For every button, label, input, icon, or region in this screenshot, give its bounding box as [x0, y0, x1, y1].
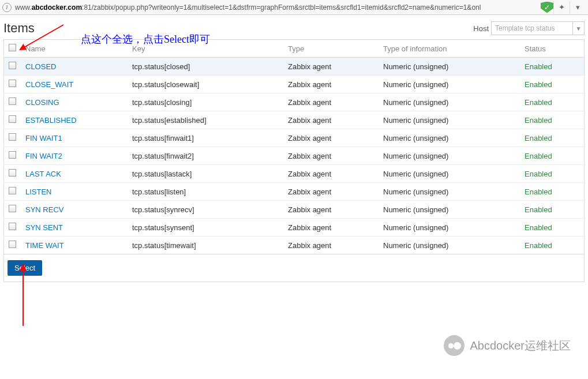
row-checkbox[interactable] — [9, 62, 16, 69]
item-type: Zabbix agent — [283, 93, 379, 111]
row-checkbox[interactable] — [9, 205, 16, 212]
table-row: CLOSE_WAITtcp.status[closewait]Zabbix ag… — [4, 76, 585, 93]
url-rest: :81/zabbix/popup.php?writeonly=1&multise… — [82, 3, 481, 12]
host-select[interactable]: Template tcp status ▼ — [491, 21, 585, 35]
item-key: tcp.status[established] — [128, 111, 283, 129]
wechat-icon — [444, 335, 465, 356]
item-type: Zabbix agent — [283, 147, 379, 165]
row-checkbox[interactable] — [9, 80, 16, 87]
item-key: tcp.status[lastack] — [128, 165, 283, 183]
url-display[interactable]: www.abcdocker.com:81/zabbix/popup.php?wr… — [15, 3, 537, 12]
table-row: SYN SENTtcp.status[synsent]Zabbix agentN… — [4, 219, 585, 237]
table-row: FIN WAIT1tcp.status[finwait1]Zabbix agen… — [4, 129, 585, 147]
items-table: Name Key Type Type of information Status… — [3, 39, 585, 254]
item-status: Enabled — [520, 111, 585, 129]
table-footer: Select — [3, 254, 585, 282]
col-header-status[interactable]: Status — [520, 40, 585, 58]
item-name-link[interactable]: LISTEN — [25, 187, 52, 196]
item-status: Enabled — [520, 129, 585, 147]
item-status: Enabled — [520, 93, 585, 111]
item-key: tcp.status[listen] — [128, 183, 283, 201]
shield-icon[interactable]: ✓ — [541, 2, 553, 13]
watermark-text: Abcdocker运维社区 — [470, 338, 571, 354]
item-type: Zabbix agent — [283, 183, 379, 201]
item-key: tcp.status[closed] — [128, 58, 283, 76]
row-checkbox[interactable] — [9, 187, 16, 194]
table-header-row: Name Key Type Type of information Status — [4, 40, 585, 58]
url-host: abcdocker.com — [32, 3, 82, 12]
row-checkbox[interactable] — [9, 97, 16, 105]
table-row: CLOSINGtcp.status[closing]Zabbix agentNu… — [4, 93, 585, 111]
item-info: Numeric (unsigned) — [379, 183, 520, 201]
item-name-link[interactable]: ESTABLISHED — [25, 116, 77, 125]
select-all-checkbox[interactable] — [9, 44, 16, 51]
table-row: TIME WAITtcp.status[timewait]Zabbix agen… — [4, 237, 585, 254]
host-select-value: Template tcp status — [492, 24, 572, 32]
item-info: Numeric (unsigned) — [379, 165, 520, 183]
addon-icon[interactable]: ✦ — [553, 1, 570, 14]
item-name-link[interactable]: SYN RECV — [25, 205, 63, 214]
item-status: Enabled — [520, 147, 585, 165]
col-header-name[interactable]: Name — [21, 40, 128, 58]
row-checkbox[interactable] — [9, 133, 16, 141]
item-info: Numeric (unsigned) — [379, 93, 520, 111]
item-key: tcp.status[closing] — [128, 93, 283, 111]
item-type: Zabbix agent — [283, 58, 379, 76]
item-name-link[interactable]: LAST ACK — [25, 170, 61, 178]
item-type: Zabbix agent — [283, 129, 379, 147]
item-name-link[interactable]: FIN WAIT2 — [25, 152, 62, 160]
address-bar: i www.abcdocker.com:81/zabbix/popup.php?… — [0, 0, 588, 15]
item-info: Numeric (unsigned) — [379, 76, 520, 93]
item-info: Numeric (unsigned) — [379, 58, 520, 76]
item-key: tcp.status[synrecv] — [128, 201, 283, 219]
item-key: tcp.status[finwait1] — [128, 129, 283, 147]
row-checkbox[interactable] — [9, 223, 16, 230]
item-type: Zabbix agent — [283, 219, 379, 237]
item-key: tcp.status[closewait] — [128, 76, 283, 93]
select-button[interactable]: Select — [8, 260, 42, 276]
table-row: ESTABLISHEDtcp.status[established]Zabbix… — [4, 111, 585, 129]
menu-caret-icon[interactable]: ▾ — [570, 1, 586, 14]
item-status: Enabled — [520, 183, 585, 201]
item-type: Zabbix agent — [283, 111, 379, 129]
col-header-key[interactable]: Key — [128, 40, 283, 58]
item-type: Zabbix agent — [283, 201, 379, 219]
item-status: Enabled — [520, 58, 585, 76]
item-info: Numeric (unsigned) — [379, 147, 520, 165]
item-status: Enabled — [520, 219, 585, 237]
url-prefix: www. — [15, 3, 32, 12]
item-type: Zabbix agent — [283, 165, 379, 183]
item-name-link[interactable]: CLOSING — [25, 98, 59, 107]
item-name-link[interactable]: CLOSED — [25, 62, 56, 71]
item-info: Numeric (unsigned) — [379, 219, 520, 237]
table-row: SYN RECVtcp.status[synrecv]Zabbix agentN… — [4, 201, 585, 219]
item-name-link[interactable]: FIN WAIT1 — [25, 134, 62, 142]
item-name-link[interactable]: SYN SENT — [25, 223, 63, 232]
row-checkbox[interactable] — [9, 151, 16, 159]
table-row: CLOSEDtcp.status[closed]Zabbix agentNume… — [4, 58, 585, 76]
item-type: Zabbix agent — [283, 237, 379, 254]
col-header-type[interactable]: Type — [283, 40, 379, 58]
row-checkbox[interactable] — [9, 241, 16, 248]
item-key: tcp.status[synsent] — [128, 219, 283, 237]
table-row: LAST ACKtcp.status[lastack]Zabbix agentN… — [4, 165, 585, 183]
info-icon[interactable]: i — [2, 3, 12, 12]
item-status: Enabled — [520, 165, 585, 183]
item-status: Enabled — [520, 201, 585, 219]
row-checkbox[interactable] — [9, 115, 16, 123]
item-key: tcp.status[timewait] — [128, 237, 283, 254]
item-name-link[interactable]: TIME WAIT — [25, 241, 64, 250]
item-key: tcp.status[finwait2] — [128, 147, 283, 165]
item-info: Numeric (unsigned) — [379, 237, 520, 254]
col-header-info[interactable]: Type of information — [379, 40, 520, 58]
table-row: FIN WAIT2tcp.status[finwait2]Zabbix agen… — [4, 147, 585, 165]
item-info: Numeric (unsigned) — [379, 201, 520, 219]
row-checkbox[interactable] — [9, 169, 16, 177]
item-type: Zabbix agent — [283, 76, 379, 93]
item-name-link[interactable]: CLOSE_WAIT — [25, 80, 73, 89]
page-title: Items — [3, 21, 35, 36]
item-status: Enabled — [520, 76, 585, 93]
chevron-down-icon: ▼ — [572, 22, 584, 35]
item-info: Numeric (unsigned) — [379, 129, 520, 147]
table-row: LISTENtcp.status[listen]Zabbix agentNume… — [4, 183, 585, 201]
